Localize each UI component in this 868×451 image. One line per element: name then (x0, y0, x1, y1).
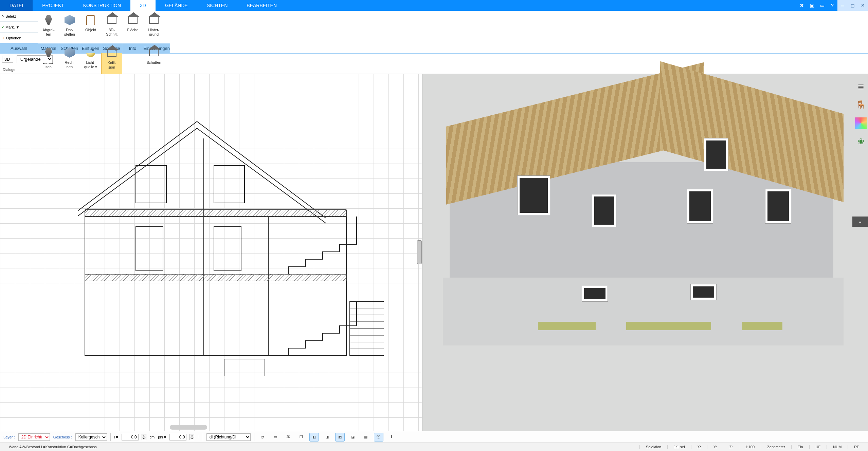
menu-tab-konstruktion[interactable]: KONSTRUKTION (74, 0, 130, 11)
flaeche-icon (126, 14, 139, 26)
svg-rect-20 (85, 274, 346, 281)
svg-rect-6 (136, 166, 166, 203)
svg-rect-8 (136, 227, 163, 271)
abgreifen-icon (42, 14, 55, 26)
svg-rect-7 (214, 166, 245, 203)
group-title-einfügen: Einfügen (80, 43, 101, 53)
darstellen-icon (63, 14, 76, 26)
maximize-icon[interactable]: ◻ (848, 0, 858, 11)
schatten2-icon (147, 46, 160, 59)
panel-expander[interactable]: ≡ (852, 217, 868, 227)
layer-label: Layer : (3, 435, 15, 439)
phi-spinner[interactable]: ▲▼ (189, 434, 194, 440)
view-tag: 3D (2, 56, 13, 63)
svg-rect-9 (214, 227, 241, 271)
geschoss-dropdown[interactable]: Kellergesch (75, 433, 107, 441)
group-title-auswahl: Auswahl (0, 43, 38, 53)
pane-splitter[interactable] (417, 240, 422, 264)
layer-d-icon[interactable]: ◪ (348, 433, 358, 441)
l-unit: cm (150, 435, 155, 439)
selekt-label: Selekt (5, 14, 16, 18)
status-num: NUM (827, 445, 848, 449)
layer-dropdown[interactable]: 2D Einrichtı (18, 433, 50, 441)
layer-b-icon[interactable]: ◨ (322, 433, 332, 441)
tree-icon[interactable]: ❀ (855, 136, 867, 147)
svg-rect-10 (224, 359, 265, 376)
status-ein: Ein (791, 445, 809, 449)
phi-input[interactable] (169, 434, 186, 440)
context-row: 3D Urgelände (0, 54, 868, 65)
window-buttons: ✖ ▣ ▭ ? – ◻ ✕ (797, 0, 868, 11)
status-z: Z: (723, 445, 739, 449)
l-spinner[interactable]: ▲▼ (142, 434, 146, 440)
svg-rect-19 (85, 210, 346, 217)
status-rf: RF (848, 445, 865, 449)
ribbon: ↖ Selekt ✔ Mark. ▼ ＋ Optionen Auswahl Ab… (0, 11, 868, 54)
status-y: Y: (707, 445, 723, 449)
menu-tab-3d[interactable]: 3D (130, 0, 156, 11)
status-x: X: (691, 445, 707, 449)
phi-unit: ° (198, 435, 199, 439)
terrain-dropdown[interactable]: Urgelände (17, 55, 53, 63)
menu-tab-datei[interactable]: DATEI (0, 0, 33, 11)
right-toolbar: ≣ 🪑 ❀ (855, 81, 867, 147)
layer-a-icon[interactable]: ◧ (309, 433, 319, 441)
bottom-toolbar: Layer : 2D Einrichtı Geschoss : Kellerge… (0, 431, 868, 443)
chevron-down-icon: ▼ (16, 25, 20, 29)
cursor-icon: ↖ (1, 14, 4, 18)
grid-icon[interactable]: ▦ (361, 433, 370, 441)
status-ratio: 1:1 sel (667, 445, 691, 449)
ribbon-objekt[interactable]: Objekt (80, 11, 101, 43)
chair-icon[interactable]: 🪑 (855, 99, 867, 111)
status-unit: Zentimeter (761, 445, 791, 449)
kollision-icon (105, 46, 118, 59)
hintergrund-icon (147, 14, 160, 26)
check-icon: ✔ (1, 25, 4, 29)
2d-viewport[interactable] (0, 74, 422, 431)
hscroll-thumb[interactable] (170, 425, 207, 430)
dl-dropdown[interactable]: dl (Richtung/Di (206, 433, 251, 441)
status-uf: UF (809, 445, 827, 449)
clock-icon[interactable]: ◔ (258, 433, 267, 441)
info-icon[interactable]: ℹ (387, 433, 396, 441)
menu-tab-gelaende[interactable]: GELÄNDE (156, 0, 197, 11)
section-drawing (78, 98, 384, 376)
tool3-icon[interactable]: ▭ (817, 0, 827, 11)
help-icon[interactable]: ? (827, 0, 837, 11)
ribbon-hintergrund[interactable]: Hinter-grund (143, 11, 164, 43)
menu-tab-sichten[interactable]: SICHTEN (197, 0, 237, 11)
status-left: Wand AW-Bestand L=Konstruktion G=Dachges… (3, 445, 103, 449)
menu-tab-bearbeiten[interactable]: BEARBEITEN (237, 0, 286, 11)
minimize-icon[interactable]: – (837, 0, 848, 11)
screen-icon[interactable]: ▭ (271, 433, 280, 441)
plus-icon: ＋ (1, 35, 5, 40)
l-input[interactable] (122, 434, 139, 440)
group-icon[interactable]: ⌘ (284, 433, 293, 441)
mark-label: Mark. (5, 25, 15, 29)
optionen-label: Optionen (6, 36, 21, 40)
tool1-icon[interactable]: ✖ (797, 0, 807, 11)
mark-button[interactable]: ✔ Mark. ▼ (0, 22, 38, 33)
status-bar: Wand AW-Bestand L=Konstruktion G=Dachges… (0, 443, 868, 451)
status-scale: 1:100 (739, 445, 761, 449)
north-icon[interactable]: Ⓝ (374, 433, 383, 441)
layers-icon[interactable]: ≣ (855, 81, 867, 92)
copy-icon[interactable]: ❐ (296, 433, 306, 441)
palette-icon[interactable] (855, 117, 867, 129)
tool2-icon[interactable]: ▣ (807, 0, 817, 11)
ribbon-flaeche[interactable]: Fläche (122, 11, 143, 43)
close-icon[interactable]: ✕ (858, 0, 868, 11)
optionen-button[interactable]: ＋ Optionen (0, 33, 38, 43)
layer-c-icon[interactable]: ◩ (335, 433, 345, 441)
3d-viewport[interactable] (422, 74, 868, 431)
status-sel: Selektion (639, 445, 667, 449)
ribbon-3dschnitt[interactable]: 3D-Schnitt (101, 11, 122, 43)
3dschnitt-icon (105, 14, 118, 26)
menu-bar: DATEI PROJEKT KONSTRUKTION 3D GELÄNDE SI… (0, 0, 868, 11)
selekt-button[interactable]: ↖ Selekt (0, 11, 38, 22)
work-area: ≣ 🪑 ❀ ≡ (0, 74, 868, 431)
ribbon-abgreifen[interactable]: Abgrei-fen (38, 11, 59, 43)
menu-tab-projekt[interactable]: PROJEKT (33, 0, 74, 11)
objekt-icon (84, 14, 97, 26)
ribbon-darstellen[interactable]: Dar-stellen (59, 11, 80, 43)
